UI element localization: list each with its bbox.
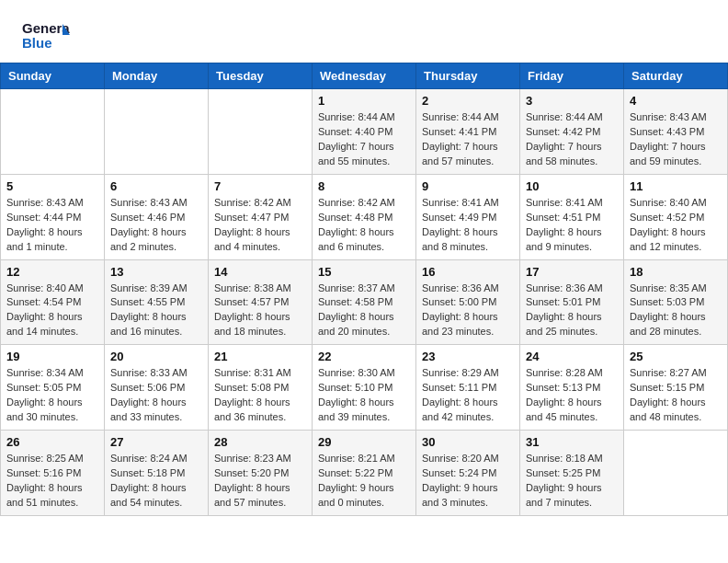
day-info: Sunrise: 8:36 AM Sunset: 5:00 PM Dayligh… xyxy=(422,282,514,340)
day-number: 12 xyxy=(6,265,98,279)
day-info: Sunrise: 8:40 AM Sunset: 4:52 PM Dayligh… xyxy=(630,196,722,255)
weekday-header-saturday: Saturday xyxy=(624,63,728,89)
day-number: 29 xyxy=(318,435,410,449)
day-number: 11 xyxy=(630,179,722,193)
calendar-cell: 21Sunrise: 8:31 AM Sunset: 5:08 PM Dayli… xyxy=(209,345,313,431)
day-info: Sunrise: 8:20 AM Sunset: 5:24 PM Dayligh… xyxy=(422,452,514,511)
calendar-cell: 2Sunrise: 8:44 AM Sunset: 4:41 PM Daylig… xyxy=(416,89,520,175)
calendar-cell: 29Sunrise: 8:21 AM Sunset: 5:22 PM Dayli… xyxy=(313,431,416,516)
day-info: Sunrise: 8:42 AM Sunset: 4:47 PM Dayligh… xyxy=(214,196,306,255)
day-number: 7 xyxy=(214,179,306,193)
calendar-table: SundayMondayTuesdayWednesdayThursdayFrid… xyxy=(0,63,728,516)
day-info: Sunrise: 8:30 AM Sunset: 5:10 PM Dayligh… xyxy=(318,366,410,425)
logo: GeneralBlue xyxy=(22,17,70,53)
day-number: 9 xyxy=(422,179,514,193)
calendar-cell: 10Sunrise: 8:41 AM Sunset: 4:51 PM Dayli… xyxy=(520,174,624,259)
calendar-cell: 25Sunrise: 8:27 AM Sunset: 5:15 PM Dayli… xyxy=(624,345,728,431)
day-info: Sunrise: 8:33 AM Sunset: 5:06 PM Dayligh… xyxy=(110,366,202,425)
day-info: Sunrise: 8:42 AM Sunset: 4:48 PM Dayligh… xyxy=(318,196,410,255)
calendar-week-row: 5Sunrise: 8:43 AM Sunset: 4:44 PM Daylig… xyxy=(1,174,728,259)
calendar-cell: 4Sunrise: 8:43 AM Sunset: 4:43 PM Daylig… xyxy=(624,89,728,175)
page-header: GeneralBlue xyxy=(0,0,728,63)
day-info: Sunrise: 8:38 AM Sunset: 4:57 PM Dayligh… xyxy=(214,282,306,340)
logo-svg: GeneralBlue xyxy=(22,17,70,53)
day-info: Sunrise: 8:44 AM Sunset: 4:41 PM Dayligh… xyxy=(422,110,514,169)
day-number: 23 xyxy=(422,350,514,363)
day-info: Sunrise: 8:28 AM Sunset: 5:13 PM Dayligh… xyxy=(526,366,618,425)
day-number: 14 xyxy=(214,265,306,279)
day-info: Sunrise: 8:36 AM Sunset: 5:01 PM Dayligh… xyxy=(526,282,618,340)
day-number: 28 xyxy=(214,435,306,449)
calendar-cell: 11Sunrise: 8:40 AM Sunset: 4:52 PM Dayli… xyxy=(624,174,728,259)
day-number: 31 xyxy=(526,435,618,449)
calendar-cell: 17Sunrise: 8:36 AM Sunset: 5:01 PM Dayli… xyxy=(520,259,624,345)
calendar-cell xyxy=(105,89,209,175)
day-info: Sunrise: 8:37 AM Sunset: 4:58 PM Dayligh… xyxy=(318,282,410,340)
day-number: 25 xyxy=(630,350,722,363)
day-number: 15 xyxy=(318,265,410,279)
day-number: 6 xyxy=(110,179,202,193)
day-info: Sunrise: 8:41 AM Sunset: 4:51 PM Dayligh… xyxy=(526,196,618,255)
day-info: Sunrise: 8:41 AM Sunset: 4:49 PM Dayligh… xyxy=(422,196,514,255)
day-number: 8 xyxy=(318,179,410,193)
svg-text:Blue: Blue xyxy=(22,35,52,51)
day-info: Sunrise: 8:21 AM Sunset: 5:22 PM Dayligh… xyxy=(318,452,410,511)
weekday-header-wednesday: Wednesday xyxy=(313,63,416,89)
calendar-cell: 30Sunrise: 8:20 AM Sunset: 5:24 PM Dayli… xyxy=(416,431,520,516)
calendar-week-row: 1Sunrise: 8:44 AM Sunset: 4:40 PM Daylig… xyxy=(1,89,728,175)
day-info: Sunrise: 8:40 AM Sunset: 4:54 PM Dayligh… xyxy=(6,282,98,340)
calendar-week-row: 26Sunrise: 8:25 AM Sunset: 5:16 PM Dayli… xyxy=(1,431,728,516)
day-number: 22 xyxy=(318,350,410,363)
calendar-cell: 24Sunrise: 8:28 AM Sunset: 5:13 PM Dayli… xyxy=(520,345,624,431)
calendar-cell: 8Sunrise: 8:42 AM Sunset: 4:48 PM Daylig… xyxy=(313,174,416,259)
day-number: 30 xyxy=(422,435,514,449)
day-number: 26 xyxy=(6,435,98,449)
day-info: Sunrise: 8:43 AM Sunset: 4:44 PM Dayligh… xyxy=(6,196,98,255)
calendar-cell: 15Sunrise: 8:37 AM Sunset: 4:58 PM Dayli… xyxy=(313,259,416,345)
day-info: Sunrise: 8:18 AM Sunset: 5:25 PM Dayligh… xyxy=(526,452,618,511)
day-number: 13 xyxy=(110,265,202,279)
calendar-week-row: 12Sunrise: 8:40 AM Sunset: 4:54 PM Dayli… xyxy=(1,259,728,345)
day-number: 5 xyxy=(6,179,98,193)
day-info: Sunrise: 8:31 AM Sunset: 5:08 PM Dayligh… xyxy=(214,366,306,425)
day-number: 18 xyxy=(630,265,722,279)
day-info: Sunrise: 8:25 AM Sunset: 5:16 PM Dayligh… xyxy=(6,452,98,511)
calendar-cell: 31Sunrise: 8:18 AM Sunset: 5:25 PM Dayli… xyxy=(520,431,624,516)
calendar-cell xyxy=(1,89,105,175)
calendar-cell: 9Sunrise: 8:41 AM Sunset: 4:49 PM Daylig… xyxy=(416,174,520,259)
day-info: Sunrise: 8:44 AM Sunset: 4:42 PM Dayligh… xyxy=(526,110,618,169)
day-number: 27 xyxy=(110,435,202,449)
calendar-cell: 14Sunrise: 8:38 AM Sunset: 4:57 PM Dayli… xyxy=(209,259,313,345)
calendar-cell xyxy=(209,89,313,175)
day-info: Sunrise: 8:39 AM Sunset: 4:55 PM Dayligh… xyxy=(110,282,202,340)
weekday-header-row: SundayMondayTuesdayWednesdayThursdayFrid… xyxy=(1,63,728,89)
calendar-cell: 26Sunrise: 8:25 AM Sunset: 5:16 PM Dayli… xyxy=(1,431,105,516)
day-number: 20 xyxy=(110,350,202,363)
day-info: Sunrise: 8:23 AM Sunset: 5:20 PM Dayligh… xyxy=(214,452,306,511)
day-number: 2 xyxy=(422,94,514,108)
day-number: 1 xyxy=(318,94,410,108)
day-info: Sunrise: 8:44 AM Sunset: 4:40 PM Dayligh… xyxy=(318,110,410,169)
calendar-cell: 23Sunrise: 8:29 AM Sunset: 5:11 PM Dayli… xyxy=(416,345,520,431)
calendar-cell: 28Sunrise: 8:23 AM Sunset: 5:20 PM Dayli… xyxy=(209,431,313,516)
day-info: Sunrise: 8:34 AM Sunset: 5:05 PM Dayligh… xyxy=(6,366,98,425)
calendar-cell: 1Sunrise: 8:44 AM Sunset: 4:40 PM Daylig… xyxy=(313,89,416,175)
day-number: 19 xyxy=(6,350,98,363)
day-number: 16 xyxy=(422,265,514,279)
calendar-cell: 18Sunrise: 8:35 AM Sunset: 5:03 PM Dayli… xyxy=(624,259,728,345)
calendar-cell: 12Sunrise: 8:40 AM Sunset: 4:54 PM Dayli… xyxy=(1,259,105,345)
weekday-header-friday: Friday xyxy=(520,63,624,89)
weekday-header-sunday: Sunday xyxy=(1,63,105,89)
day-number: 24 xyxy=(526,350,618,363)
calendar-cell: 22Sunrise: 8:30 AM Sunset: 5:10 PM Dayli… xyxy=(313,345,416,431)
calendar-cell: 16Sunrise: 8:36 AM Sunset: 5:00 PM Dayli… xyxy=(416,259,520,345)
day-number: 21 xyxy=(214,350,306,363)
day-info: Sunrise: 8:35 AM Sunset: 5:03 PM Dayligh… xyxy=(630,282,722,340)
day-info: Sunrise: 8:43 AM Sunset: 4:43 PM Dayligh… xyxy=(630,110,722,169)
day-info: Sunrise: 8:29 AM Sunset: 5:11 PM Dayligh… xyxy=(422,366,514,425)
calendar-cell: 13Sunrise: 8:39 AM Sunset: 4:55 PM Dayli… xyxy=(105,259,209,345)
calendar-cell: 5Sunrise: 8:43 AM Sunset: 4:44 PM Daylig… xyxy=(1,174,105,259)
weekday-header-tuesday: Tuesday xyxy=(209,63,313,89)
day-info: Sunrise: 8:27 AM Sunset: 5:15 PM Dayligh… xyxy=(630,366,722,425)
weekday-header-thursday: Thursday xyxy=(416,63,520,89)
